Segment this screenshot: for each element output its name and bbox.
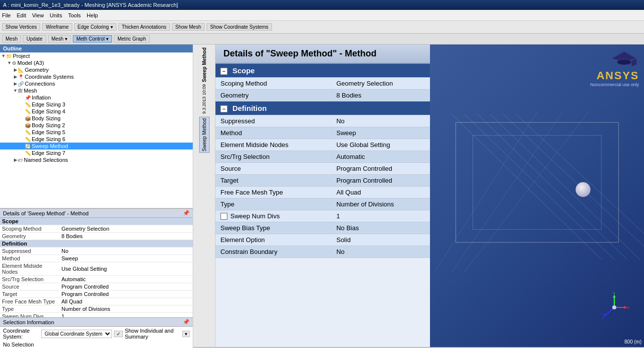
toolbar-2: Mesh Update Mesh ▾ Meth Control ▾ Metric…	[0, 34, 644, 45]
body-label: Body Sizing	[32, 115, 60, 121]
geometry-label: Geometry	[215, 90, 331, 101]
mesh-tree-icon: 🕸	[18, 88, 23, 94]
expand-named[interactable]: ▶	[13, 157, 18, 162]
edge3-label: Edge Sizing 3	[32, 101, 65, 107]
tree-item-edge5[interactable]: 📏 Edge Sizing 5	[0, 129, 193, 136]
menu-view[interactable]: View	[32, 12, 44, 18]
mesh-btn[interactable]: Mesh	[2, 35, 21, 43]
mesh-dropdown-btn[interactable]: Mesh ▾	[48, 35, 71, 43]
edge7-icon: 📏	[25, 150, 31, 156]
meth-control-btn[interactable]: Meth Control ▾	[73, 35, 112, 43]
expand-mesh[interactable]: ▼	[13, 88, 18, 93]
tree-item-body-sizing[interactable]: 📦 Body Sizing	[0, 115, 193, 122]
menu-tools[interactable]: Tools	[68, 12, 81, 18]
sweep-panel-title: Sweep Method	[202, 48, 207, 82]
svg-line-5	[477, 114, 627, 259]
tree-item-model[interactable]: ▼ ⚙ Model (A3)	[0, 59, 193, 66]
dialog-title: Details of "Sweep Method" - Method	[215, 45, 430, 64]
tree-item-mesh[interactable]: ▼ 🕸 Mesh	[0, 87, 193, 94]
definition-collapse-btn[interactable]: −	[220, 105, 227, 112]
sweep-method-label: Sweep Method	[32, 143, 68, 149]
tree-item-coord-sys[interactable]: ▶ 📍 Coordinate Systems	[0, 73, 193, 80]
tree-item-geometry[interactable]: ▶ 📐 Geometry	[0, 66, 193, 73]
menu-edit[interactable]: Edit	[17, 12, 26, 18]
metric-graph-btn[interactable]: Metric Graph	[114, 35, 150, 43]
menu-file[interactable]: File	[2, 12, 11, 18]
tree-item-edge7[interactable]: 📏 Edge Sizing 7	[0, 149, 193, 156]
sweep-num-checkbox[interactable]	[220, 213, 227, 220]
left-panel: Outline ▼ 📁 Project ▼ ⚙ Model (A3) ▶ 📐 G…	[0, 45, 193, 347]
definition-section-label: Definition	[232, 104, 267, 112]
sweep-tree-icon: 🔄	[25, 144, 31, 149]
wireframe-btn[interactable]: Wireframe	[42, 23, 72, 31]
tree-item-inflation[interactable]: 📌 Inflation	[0, 94, 193, 101]
big-table-free-face: Free Face Mesh Type All Quad	[215, 187, 430, 199]
tree-item-edge4[interactable]: 📏 Edge Sizing 4	[0, 108, 193, 115]
sweep-side-panel: Sweep Method 9.3.2013 10:09 Sweep Method	[193, 45, 215, 347]
menu-bar: File Edit View Units Tools Help	[0, 10, 644, 21]
connections-label: Connections	[25, 81, 55, 87]
expand-model[interactable]: ▼	[7, 60, 12, 65]
tree-item-named-selections[interactable]: ▶ 🏷 Named Selections	[0, 156, 193, 163]
tree-item-edge6[interactable]: 📏 Edge Sizing 6	[0, 136, 193, 143]
axis-widget: X Y Z	[599, 293, 629, 322]
tree-area: ▼ 📁 Project ▼ ⚙ Model (A3) ▶ 📐 Geometry …	[0, 52, 193, 208]
big-table-constrain: Constrain Boundary No	[215, 246, 430, 258]
sweep-panel-item[interactable]: Sweep Method	[199, 117, 210, 153]
mesh-label: Mesh	[24, 88, 37, 94]
edge5-label: Edge Sizing 5	[32, 129, 65, 135]
selection-header: Selection Information 📌	[0, 318, 193, 327]
edge6-icon: 📏	[25, 137, 31, 142]
expand-coord[interactable]: ▶	[13, 74, 18, 79]
details-table: Scope Scoping Method Geometry Selection …	[0, 218, 193, 317]
menu-units[interactable]: Units	[50, 12, 62, 18]
tree-item-project[interactable]: ▼ 📁 Project	[0, 52, 193, 59]
sweep-bias-label: Sweep Bias Type	[215, 222, 331, 234]
suppressed-value: No	[331, 115, 430, 127]
tree-item-connections[interactable]: ▶ 🔗 Connections	[0, 80, 193, 87]
edge-coloring-btn[interactable]: Edge Coloring ▾	[74, 23, 116, 31]
details-pin[interactable]: 📌	[183, 210, 190, 216]
tree-item-edge3[interactable]: 📏 Edge Sizing 3	[0, 101, 193, 108]
element-midside-label: Element Midside Nodes	[215, 139, 331, 151]
show-coord-btn[interactable]: Show Coordinate Systems	[207, 23, 272, 31]
selection-content: Coordinate System: Global Coordinate Sys…	[0, 327, 193, 348]
model-icon: ⚙	[12, 60, 16, 66]
edge5-icon: 📏	[25, 130, 31, 135]
expand-connections[interactable]: ▶	[13, 81, 18, 86]
scope-section-label: Scope	[232, 66, 255, 75]
inflation-icon: 📌	[25, 95, 31, 100]
scope-collapse-btn[interactable]: −	[220, 68, 227, 75]
project-label: Project	[13, 53, 30, 59]
coord-system-dropdown[interactable]: Global Coordinate System	[41, 330, 112, 338]
detail-geometry: Geometry 8 Bodies	[0, 233, 193, 240]
selection-panel: Selection Information 📌 Coordinate Syste…	[0, 317, 193, 347]
coord-row: Coordinate System: Global Coordinate Sys…	[3, 328, 190, 340]
title-bar: A : mini_komin_Re_1e3_steady - Meshing […	[0, 0, 644, 10]
details-title: Details of 'Sweep Method' - Method	[3, 210, 89, 216]
edge4-icon: 📏	[25, 109, 31, 114]
expand-project[interactable]: ▼	[1, 53, 6, 58]
method-label: Method	[215, 127, 331, 139]
tree-item-body-sizing2[interactable]: 📦 Body Sizing 2	[0, 122, 193, 129]
edge4-label: Edge Sizing 4	[32, 108, 65, 114]
detail-suppressed: Suppressed No	[0, 248, 193, 255]
type-value: Number of Divisions	[331, 199, 430, 210]
show-individual-dropdown[interactable]: ▾	[182, 331, 190, 337]
sweep-panel-date: 9.3.2013 10:09	[201, 83, 208, 115]
selection-pin[interactable]: 📌	[183, 319, 190, 325]
tree-item-sweep-method[interactable]: 🔄 Sweep Method	[0, 143, 193, 149]
suppressed-label: Suppressed	[215, 115, 331, 127]
big-table-method: Method Sweep	[215, 127, 430, 139]
project-icon: 📁	[6, 53, 12, 59]
named-label: Named Selections	[24, 157, 68, 163]
expand-geometry[interactable]: ▶	[13, 67, 18, 72]
show-mesh-btn[interactable]: Show Mesh	[172, 23, 205, 31]
menu-help[interactable]: Help	[87, 12, 98, 18]
coord-apply-btn[interactable]: ✓	[114, 331, 123, 337]
show-individual-label: Show Individual and Summary	[125, 328, 180, 340]
thicken-annotations-btn[interactable]: Thicken Annotations	[118, 23, 170, 31]
named-icon: 🏷	[18, 157, 23, 163]
show-vertices-btn[interactable]: Show Vertices	[2, 23, 40, 31]
update-btn[interactable]: Update	[23, 35, 46, 43]
